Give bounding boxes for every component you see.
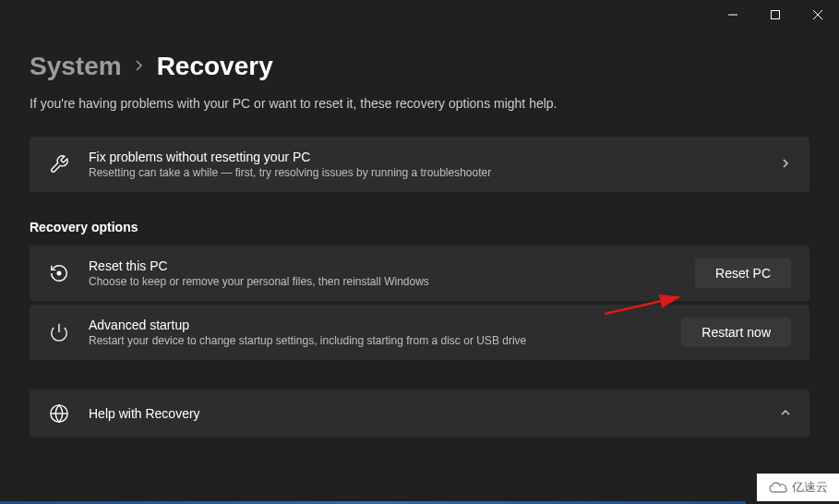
advanced-startup-card: Advanced startup Restart your device to … [30, 305, 809, 360]
help-title: Help with Recovery [89, 406, 761, 421]
close-button[interactable] [797, 0, 839, 30]
reset-pc-button[interactable]: Reset PC [695, 258, 791, 288]
titlebar [0, 0, 839, 30]
restart-now-button[interactable]: Restart now [681, 318, 791, 347]
power-icon [48, 321, 70, 343]
watermark: 亿速云 [757, 474, 839, 501]
fix-problems-title: Fix problems without resetting your PC [89, 150, 761, 164]
reset-pc-card: Reset this PC Choose to keep or remove y… [30, 246, 809, 301]
advanced-startup-desc: Restart your device to change startup se… [89, 334, 663, 347]
watermark-text: 亿速云 [792, 479, 828, 496]
recovery-options-header: Recovery options [30, 220, 809, 234]
fix-problems-text: Fix problems without resetting your PC R… [89, 150, 761, 179]
svg-rect-0 [772, 11, 780, 19]
chevron-right-icon [135, 59, 144, 75]
fix-problems-card[interactable]: Fix problems without resetting your PC R… [30, 137, 809, 192]
advanced-startup-title: Advanced startup [89, 318, 663, 332]
advanced-startup-text: Advanced startup Restart your device to … [89, 318, 663, 347]
breadcrumb: System Recovery [30, 52, 809, 81]
wrench-icon [48, 153, 70, 175]
reset-pc-desc: Choose to keep or remove your personal f… [89, 275, 677, 288]
page-subtitle: If you're having problems with your PC o… [30, 96, 809, 111]
reset-pc-title: Reset this PC [89, 258, 677, 273]
breadcrumb-current: Recovery [157, 52, 273, 81]
reset-icon [48, 262, 70, 284]
globe-icon [48, 402, 70, 425]
help-card[interactable]: Help with Recovery [30, 390, 809, 438]
chevron-up-icon [780, 405, 791, 422]
svg-point-1 [57, 271, 61, 275]
maximize-button[interactable] [754, 0, 797, 30]
cloud-icon [768, 480, 788, 495]
reset-pc-text: Reset this PC Choose to keep or remove y… [89, 258, 677, 288]
breadcrumb-parent[interactable]: System [30, 52, 122, 81]
content-area: System Recovery If you're having problem… [0, 30, 839, 438]
fix-problems-desc: Resetting can take a while — first, try … [89, 166, 761, 179]
help-text: Help with Recovery [89, 406, 761, 421]
chevron-right-icon [780, 156, 791, 173]
minimize-button[interactable] [712, 0, 754, 30]
